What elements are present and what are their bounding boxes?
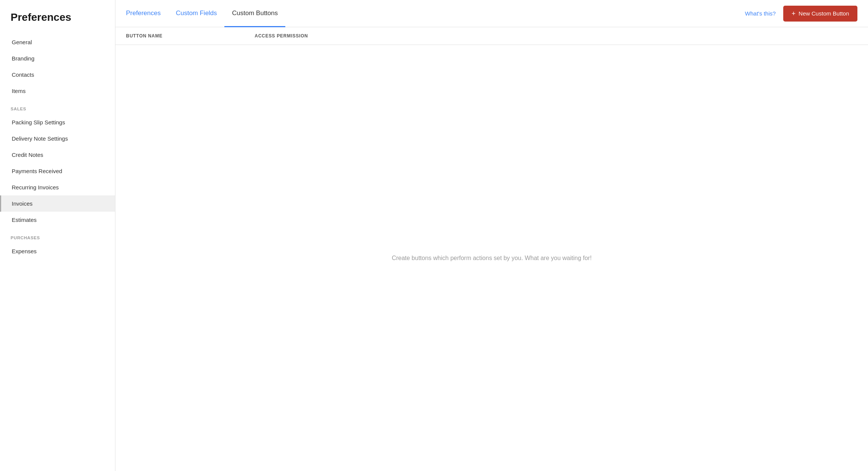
- whats-this-link[interactable]: What's this?: [745, 10, 776, 17]
- tab-bar: PreferencesCustom FieldsCustom Buttons W…: [115, 0, 868, 27]
- sidebar-item-general[interactable]: General: [0, 34, 115, 50]
- sidebar-general-items: GeneralBrandingContactsItems: [0, 34, 115, 99]
- tab-custom-buttons[interactable]: Custom Buttons: [224, 0, 285, 27]
- sidebar-item-recurring-invoices[interactable]: Recurring Invoices: [0, 179, 115, 195]
- sidebar-section-sales: SALES: [0, 99, 115, 114]
- tab-custom-fields[interactable]: Custom Fields: [168, 0, 225, 27]
- sidebar-item-invoices[interactable]: Invoices: [0, 195, 115, 212]
- sidebar-section-purchases: PURCHASES: [0, 228, 115, 243]
- sidebar-item-packing-slip-settings[interactable]: Packing Slip Settings: [0, 114, 115, 130]
- col-access-permission: ACCESS PERMISSION: [255, 33, 308, 39]
- sidebar-title: Preferences: [0, 11, 115, 34]
- sidebar-item-payments-received[interactable]: Payments Received: [0, 163, 115, 179]
- empty-state: Create buttons which perform actions set…: [115, 45, 868, 471]
- main-content: PreferencesCustom FieldsCustom Buttons W…: [115, 0, 868, 471]
- sidebar-item-estimates[interactable]: Estimates: [0, 212, 115, 228]
- new-custom-button[interactable]: + New Custom Button: [783, 6, 857, 22]
- tabs-container: PreferencesCustom FieldsCustom Buttons: [126, 0, 745, 27]
- empty-state-message: Create buttons which perform actions set…: [392, 255, 591, 262]
- sidebar-item-credit-notes[interactable]: Credit Notes: [0, 147, 115, 163]
- new-button-label: New Custom Button: [799, 10, 849, 17]
- plus-icon: +: [792, 10, 796, 17]
- col-button-name: BUTTON NAME: [126, 33, 255, 39]
- tab-preferences[interactable]: Preferences: [126, 0, 168, 27]
- sidebar-item-contacts[interactable]: Contacts: [0, 67, 115, 83]
- sidebar-item-delivery-note-settings[interactable]: Delivery Note Settings: [0, 130, 115, 147]
- sidebar-item-branding[interactable]: Branding: [0, 50, 115, 67]
- tab-bar-actions: What's this? + New Custom Button: [745, 6, 857, 22]
- sidebar-item-expenses[interactable]: Expenses: [0, 243, 115, 259]
- table-header: BUTTON NAME ACCESS PERMISSION: [115, 27, 868, 45]
- sidebar-item-items[interactable]: Items: [0, 83, 115, 99]
- sidebar: Preferences GeneralBrandingContactsItems…: [0, 0, 115, 471]
